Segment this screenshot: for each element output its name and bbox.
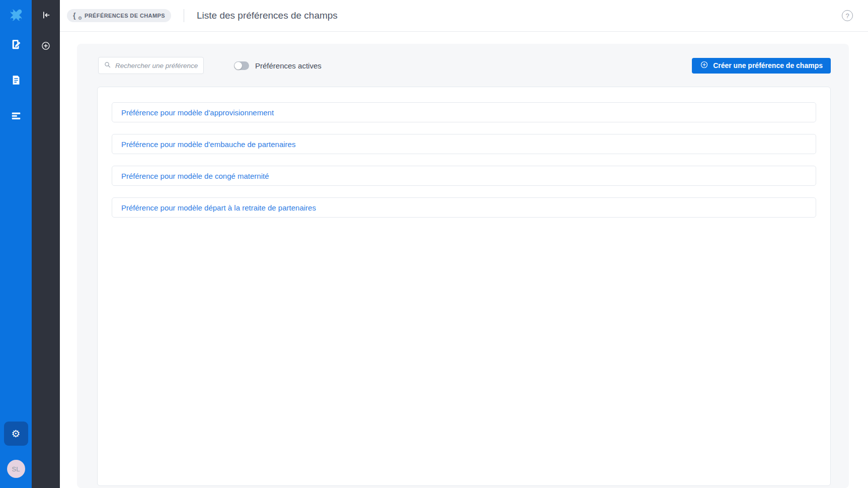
- preference-link[interactable]: Préférence pour modèle d'embauche de par…: [112, 134, 816, 154]
- active-preferences-filter: Préférences actives: [234, 61, 322, 70]
- module-badge[interactable]: { ⚙ PRÉFÉRENCES DE CHAMPS: [67, 9, 171, 22]
- add-button[interactable]: [32, 38, 60, 55]
- sidebar-item-documents[interactable]: [0, 69, 32, 92]
- plus-circle-icon: [41, 41, 51, 52]
- collapse-sidebar-icon: [41, 10, 51, 22]
- plus-circle-icon: [700, 60, 708, 71]
- app-logo[interactable]: [0, 0, 32, 32]
- sidebar-bottom: ⚙ SL: [4, 422, 28, 488]
- x-logo-icon: [8, 7, 25, 26]
- toggle-label: Préférences actives: [255, 61, 322, 70]
- search-icon: [104, 61, 111, 71]
- page-title: Liste des préférences de champs: [197, 10, 338, 21]
- sidebar-item-settings[interactable]: ⚙: [4, 422, 28, 446]
- avatar[interactable]: SL: [7, 460, 25, 478]
- toggle-knob: [234, 62, 242, 69]
- clipboard-icon: [11, 75, 22, 87]
- toolbar: Préférences actives Créer une préférence…: [77, 44, 849, 74]
- module-badge-label: PRÉFÉRENCES DE CHAMPS: [85, 13, 165, 19]
- help-button[interactable]: ?: [842, 10, 853, 21]
- sidebar-item-edit-documents[interactable]: [0, 34, 32, 56]
- create-preference-label: Créer une préférence de champs: [713, 61, 823, 69]
- gear-icon: ⚙: [12, 429, 21, 439]
- search-box: [98, 57, 204, 74]
- edit-document-icon: [11, 39, 22, 51]
- avatar-initials: SL: [12, 465, 20, 473]
- primary-sidebar: ⚙ SL: [0, 0, 32, 488]
- field-preferences-icon: { ⚙: [73, 11, 81, 20]
- search-input[interactable]: [115, 62, 198, 69]
- secondary-sidebar: [32, 0, 60, 488]
- collapse-sidebar-button[interactable]: [32, 7, 60, 24]
- main-area: { ⚙ PRÉFÉRENCES DE CHAMPS Liste des préf…: [60, 0, 868, 488]
- content-area: Préférences actives Créer une préférence…: [60, 32, 868, 488]
- question-mark-icon: ?: [845, 12, 849, 20]
- preference-link[interactable]: Préférence pour modèle de congé maternit…: [112, 166, 816, 186]
- top-bar: { ⚙ PRÉFÉRENCES DE CHAMPS Liste des préf…: [60, 0, 868, 32]
- header-divider: [184, 9, 184, 22]
- sidebar-item-list[interactable]: [0, 105, 32, 127]
- align-left-icon: [11, 110, 22, 123]
- create-preference-button[interactable]: Créer une préférence de champs: [692, 58, 831, 74]
- primary-nav: [0, 32, 32, 141]
- active-preferences-toggle[interactable]: [234, 61, 249, 70]
- preference-link[interactable]: Préférence pour modèle départ à la retra…: [112, 197, 816, 218]
- content-panel: Préférences actives Créer une préférence…: [77, 44, 849, 488]
- preferences-list: Préférence pour modèle d'approvisionneme…: [97, 87, 831, 486]
- preference-link[interactable]: Préférence pour modèle d'approvisionneme…: [112, 102, 816, 122]
